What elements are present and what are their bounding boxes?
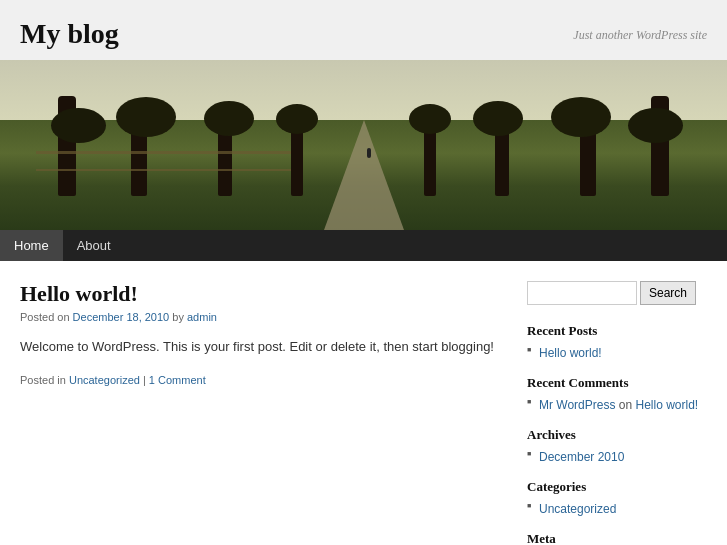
sidebar: Search Recent Posts Hello world! Recent … [527, 281, 707, 545]
post-meta: Posted on December 18, 2010 by admin [20, 311, 497, 323]
nav-item-about[interactable]: About [63, 230, 125, 261]
post-comments-link[interactable]: 1 Comment [149, 374, 206, 386]
recent-post-link[interactable]: Hello world! [539, 346, 602, 360]
post-title: Hello world! [20, 281, 497, 307]
categories-title: Categories [527, 479, 707, 495]
list-item: December 2010 [527, 449, 707, 465]
comment-author-link[interactable]: Mr WordPress [539, 398, 615, 412]
meta-title: Meta [527, 531, 707, 545]
list-item: Hello world! [527, 345, 707, 361]
archives-title: Archives [527, 427, 707, 443]
post-author-link[interactable]: admin [187, 311, 217, 323]
recent-comments-list: Mr WordPress on Hello world! [527, 397, 707, 413]
hero-image [0, 60, 727, 230]
post-category-link[interactable]: Uncategorized [69, 374, 140, 386]
main-nav: Home About [0, 230, 727, 261]
category-link[interactable]: Uncategorized [539, 502, 616, 516]
site-title: My blog [20, 18, 119, 50]
recent-posts-title: Recent Posts [527, 323, 707, 339]
categories-list: Uncategorized [527, 501, 707, 517]
list-item: Uncategorized [527, 501, 707, 517]
post-footer: Posted in Uncategorized | 1 Comment [20, 374, 497, 386]
fence-decoration [36, 151, 290, 171]
archive-link[interactable]: December 2010 [539, 450, 624, 464]
recent-comments-title: Recent Comments [527, 375, 707, 391]
archives-list: December 2010 [527, 449, 707, 465]
tagline: Just another WordPress site [573, 28, 707, 43]
search-button[interactable]: Search [640, 281, 696, 305]
nav-item-home[interactable]: Home [0, 230, 63, 261]
search-box: Search [527, 281, 707, 305]
search-input[interactable] [527, 281, 637, 305]
comment-post-link[interactable]: Hello world! [636, 398, 699, 412]
post-date-link[interactable]: December 18, 2010 [73, 311, 170, 323]
recent-posts-list: Hello world! [527, 345, 707, 361]
main-content: Hello world! Posted on December 18, 2010… [20, 281, 527, 545]
list-item: Mr WordPress on Hello world! [527, 397, 707, 413]
post-body: Welcome to WordPress. This is your first… [20, 337, 497, 358]
